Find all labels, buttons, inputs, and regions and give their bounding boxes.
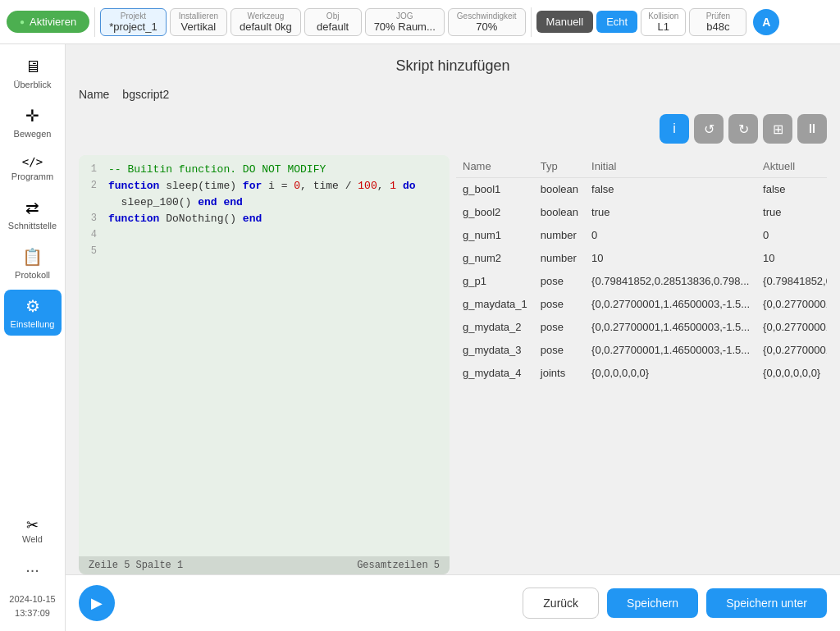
activate-button[interactable]: Aktivieren bbox=[7, 11, 89, 33]
cell-name: g_mydata_3 bbox=[456, 339, 534, 362]
install-group[interactable]: Installieren Vertikal bbox=[170, 8, 227, 36]
tool-group[interactable]: Werkzeug default 0kg bbox=[231, 8, 301, 36]
table-header-row: Name Typ Initial Aktuell bbox=[456, 155, 827, 178]
grid-button[interactable]: ⊞ bbox=[763, 114, 792, 144]
sidebar-item-bewegen[interactable]: ✛ Bewegen bbox=[4, 99, 62, 145]
table-row[interactable]: g_bool2booleantruetrue bbox=[456, 201, 827, 224]
main-area: 🖥 Überblick ✛ Bewegen </> Programm ⇄ Sch… bbox=[0, 44, 840, 631]
name-field-label: Name bbox=[79, 88, 109, 101]
code-content[interactable]: 1 -- Builtin function. DO NOT MODIFY 2 f… bbox=[79, 155, 450, 556]
manual-button[interactable]: Manuell bbox=[536, 11, 594, 33]
cell-typ: number bbox=[534, 247, 585, 270]
cell-name: g_bool1 bbox=[456, 178, 534, 201]
cell-name: g_mydata_4 bbox=[456, 362, 534, 385]
jog-label: JOG bbox=[396, 11, 413, 21]
install-label: Installieren bbox=[179, 11, 218, 21]
code-editor[interactable]: 1 -- Builtin function. DO NOT MODIFY 2 f… bbox=[79, 155, 450, 574]
save-button[interactable]: Speichern bbox=[607, 588, 698, 618]
separator-2 bbox=[531, 7, 532, 37]
table-row[interactable]: g_num2number1010 bbox=[456, 247, 827, 270]
collision-label: Kollision bbox=[648, 11, 678, 21]
sidebar-item-schnittstelle[interactable]: ⇄ Schnittstelle bbox=[4, 191, 62, 237]
info-button[interactable]: i bbox=[660, 114, 689, 144]
code-line-1: 1 -- Builtin function. DO NOT MODIFY bbox=[79, 162, 450, 178]
play-button[interactable]: ▶ bbox=[79, 585, 115, 621]
collision-group[interactable]: Kollision L1 bbox=[641, 8, 686, 36]
cell-typ: boolean bbox=[534, 178, 585, 201]
code-line-5: 5 bbox=[79, 244, 450, 260]
cell-aktuell: 10 bbox=[756, 247, 827, 270]
script-container: Name bgscript2 i ↺ ↻ ⊞ ⏸ 1 -- Builtin fu… bbox=[66, 88, 840, 574]
cell-name: g_maydata_1 bbox=[456, 293, 534, 316]
code-line-3: 3 function DoNothing() end bbox=[79, 211, 450, 227]
obj-group[interactable]: Obj default bbox=[304, 8, 362, 36]
sidebar-more-button[interactable]: ··· bbox=[19, 554, 46, 586]
cell-aktuell: {0,0.27700001,1.46500003,-1.5... bbox=[756, 339, 827, 362]
table-row[interactable]: g_mydata_3pose{0,0.27700001,1.46500003,-… bbox=[456, 339, 827, 362]
cell-typ: pose bbox=[534, 270, 585, 293]
table-row[interactable]: g_num1number00 bbox=[456, 224, 827, 247]
total-lines: Gesamtzeilen 5 bbox=[357, 560, 440, 571]
check-group[interactable]: Prüfen b48c bbox=[689, 8, 746, 36]
separator-1 bbox=[94, 7, 95, 37]
back-button[interactable]: Zurück bbox=[523, 588, 599, 619]
sidebar-item-bewegen-label: Bewegen bbox=[14, 129, 52, 139]
undo-button[interactable]: ↺ bbox=[694, 114, 724, 144]
log-icon: 📋 bbox=[22, 247, 43, 267]
col-name: Name bbox=[456, 155, 534, 178]
pause-button[interactable]: ⏸ bbox=[797, 114, 827, 144]
topbar: Aktivieren Projekt *project_1 Installier… bbox=[0, 0, 840, 44]
sidebar-item-protokoll[interactable]: 📋 Protokoll bbox=[4, 240, 62, 286]
settings-icon: ⚙ bbox=[25, 296, 40, 316]
real-button[interactable]: Echt bbox=[596, 11, 637, 33]
save-under-button[interactable]: Speichern unter bbox=[706, 588, 827, 618]
sidebar-item-weld[interactable]: ✂ Weld bbox=[17, 510, 48, 551]
cell-typ: pose bbox=[534, 339, 585, 362]
cell-initial: false bbox=[585, 178, 756, 201]
table-row[interactable]: g_maydata_1pose{0,0.27700001,1.46500003,… bbox=[456, 293, 827, 316]
redo-button[interactable]: ↻ bbox=[728, 114, 758, 144]
code-icon: </> bbox=[22, 155, 43, 168]
cell-name: g_mydata_2 bbox=[456, 316, 534, 339]
cell-initial: 0 bbox=[585, 224, 756, 247]
code-line-4: 4 bbox=[79, 227, 450, 244]
table-row[interactable]: g_mydata_4joints{0,0,0,0,0,0}{0,0,0,0,0,… bbox=[456, 362, 827, 385]
variables-table: Name Typ Initial Aktuell g_bool1booleanf… bbox=[456, 155, 827, 385]
weld-icon: ✂ bbox=[26, 516, 39, 534]
cell-name: g_bool2 bbox=[456, 201, 534, 224]
project-label: Projekt bbox=[121, 11, 146, 21]
install-value: Vertikal bbox=[181, 21, 217, 33]
sidebar-item-uberblick-label: Überblick bbox=[14, 80, 52, 89]
sidebar-item-uberblick[interactable]: 🖥 Überblick bbox=[4, 51, 62, 96]
cell-aktuell: 0 bbox=[756, 224, 827, 247]
cell-typ: pose bbox=[534, 316, 585, 339]
cell-aktuell: true bbox=[756, 201, 827, 224]
content-area: Skript hinzufügen Name bgscript2 i ↺ ↻ ⊞… bbox=[66, 44, 840, 631]
sidebar-weld-label: Weld bbox=[22, 534, 43, 544]
sidebar-item-programm[interactable]: </> Programm bbox=[4, 149, 62, 188]
name-field-value: bgscript2 bbox=[122, 88, 169, 101]
cell-initial: {0,0.27700001,1.46500003,-1.5... bbox=[585, 293, 756, 316]
sidebar-item-schnittstelle-label: Schnittstelle bbox=[8, 221, 57, 231]
interface-icon: ⇄ bbox=[25, 198, 39, 217]
avatar[interactable]: A bbox=[753, 9, 779, 35]
jog-value: 70% Raum... bbox=[374, 21, 436, 33]
cell-aktuell: {0.79841852,0.28513836,0.798... bbox=[756, 270, 827, 293]
tool-label: Werkzeug bbox=[247, 11, 284, 21]
sidebar-item-einstellung[interactable]: ⚙ Einstellung bbox=[4, 290, 62, 336]
table-row[interactable]: g_bool1booleanfalsefalse bbox=[456, 178, 827, 201]
cell-initial: {0,0.27700001,1.46500003,-1.5... bbox=[585, 316, 756, 339]
datetime-display: 2024-10-1513:37:09 bbox=[6, 589, 58, 624]
speed-group[interactable]: Geschwindigkeit 70% bbox=[448, 8, 526, 36]
cell-initial: {0,0,0,0,0,0} bbox=[585, 362, 756, 385]
obj-value: default bbox=[317, 21, 349, 33]
table-row[interactable]: g_p1pose{0.79841852,0.28513836,0.798...{… bbox=[456, 270, 827, 293]
table-row[interactable]: g_mydata_2pose{0,0.27700001,1.46500003,-… bbox=[456, 316, 827, 339]
move-icon: ✛ bbox=[25, 106, 39, 126]
jog-group[interactable]: JOG 70% Raum... bbox=[365, 8, 445, 36]
variables-panel: Name Typ Initial Aktuell g_bool1booleanf… bbox=[456, 155, 827, 574]
cell-name: g_num2 bbox=[456, 247, 534, 270]
cell-initial: true bbox=[585, 201, 756, 224]
cell-aktuell: false bbox=[756, 178, 827, 201]
project-group[interactable]: Projekt *project_1 bbox=[100, 8, 167, 36]
